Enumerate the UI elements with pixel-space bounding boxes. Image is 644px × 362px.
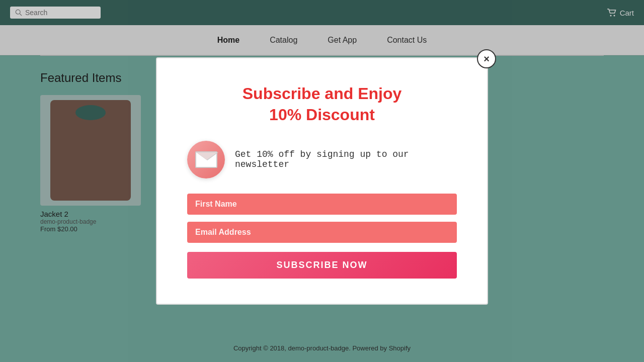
modal-overlay: × Subscribe and Enjoy 10% Discount Get 1…: [0, 0, 644, 362]
subscribe-button[interactable]: SUBSCRIBE NOW: [187, 252, 457, 279]
mail-icon: [195, 151, 217, 168]
email-input[interactable]: [187, 222, 457, 243]
mail-icon-circle: [187, 141, 225, 178]
first-name-input[interactable]: [187, 194, 457, 215]
mail-icon-container: Get 10% off by signing up to our newslet…: [187, 141, 457, 178]
modal-title-line1: Subscribe and Enjoy: [243, 84, 402, 103]
modal-close-button[interactable]: ×: [477, 49, 496, 68]
modal-title-line2: 10% Discount: [269, 106, 375, 124]
newsletter-description: Get 10% off by signing up to our newslet…: [235, 149, 457, 169]
modal: × Subscribe and Enjoy 10% Discount Get 1…: [156, 57, 488, 304]
modal-title: Subscribe and Enjoy 10% Discount: [187, 83, 457, 125]
